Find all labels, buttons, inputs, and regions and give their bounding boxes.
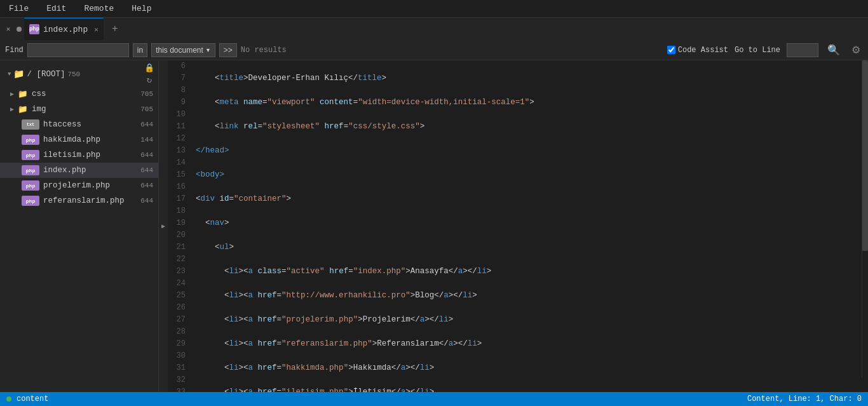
line-numbers: 678910 1112131415 1617181920 2122232425 … bbox=[168, 60, 191, 392]
folder-css-icon: 📁 bbox=[18, 89, 28, 99]
sidebar-item-index[interactable]: php index.php 644 bbox=[0, 163, 158, 178]
sidebar-item-projelerim[interactable]: php projelerim.php 644 bbox=[0, 178, 158, 193]
sidebar-item-css-name: css bbox=[32, 90, 137, 98]
sidebar-item-img-size: 705 bbox=[140, 105, 153, 113]
status-text: content bbox=[17, 395, 48, 403]
status-dot bbox=[6, 396, 11, 402]
goto-line-input[interactable] bbox=[787, 43, 818, 57]
tab-label: index.php bbox=[43, 25, 88, 34]
find-input[interactable] bbox=[27, 43, 129, 57]
code-assist-checkbox[interactable] bbox=[667, 46, 675, 54]
sidebar-item-htaccess[interactable]: txt htaccess 644 bbox=[0, 117, 158, 132]
menu-bar: File Edit Remote Help bbox=[0, 0, 868, 18]
sidebar-item-projelerim-name: projelerim.php bbox=[43, 181, 137, 190]
editor-area: 678910 1112131415 1617181920 2122232425 … bbox=[168, 60, 868, 392]
sidebar-item-hakkimda-size: 144 bbox=[140, 136, 153, 144]
php-referanslarim-icon: php bbox=[22, 196, 39, 206]
tab-close-x-btn[interactable]: ✕ bbox=[3, 24, 14, 35]
sidebar-item-iletisim[interactable]: php iletisim.php 644 bbox=[0, 147, 158, 163]
sidebar-collapse-btn[interactable]: ▶ bbox=[159, 60, 168, 392]
find-scope-label: this document bbox=[156, 46, 203, 55]
php-hakkimda-icon: php bbox=[22, 135, 39, 145]
refresh-icon[interactable]: ↻ bbox=[147, 74, 152, 85]
status-info: Content, Line: 1, Char: 0 bbox=[747, 395, 862, 403]
status-bar: content Content, Line: 1, Char: 0 bbox=[0, 392, 868, 406]
sidebar-root-item[interactable]: ▼ 📁 / [ROOT] 750 bbox=[4, 66, 144, 82]
menu-edit[interactable]: Edit bbox=[43, 3, 70, 15]
sidebar-item-img-name: img bbox=[32, 105, 137, 114]
find-scope-in-btn[interactable]: in bbox=[133, 43, 147, 57]
code-assist-label: Code Assist bbox=[678, 46, 728, 55]
scrollbar-thumb[interactable] bbox=[862, 60, 868, 251]
tab-close-icon[interactable]: ✕ bbox=[94, 25, 98, 34]
sidebar-item-index-name: index.php bbox=[43, 166, 137, 175]
chevron-down-icon: ▼ bbox=[8, 71, 11, 78]
search-icon-btn[interactable]: 🔍 bbox=[825, 43, 843, 57]
sidebar-item-hakkimda-name: hakkimda.php bbox=[43, 135, 137, 144]
tab-index-php[interactable]: php index.php ✕ bbox=[24, 18, 104, 40]
sidebar-item-css-size: 705 bbox=[140, 90, 153, 98]
sidebar-item-iletisim-name: iletisim.php bbox=[43, 151, 137, 159]
sidebar-item-index-size: 644 bbox=[140, 166, 153, 174]
sidebar-item-referanslarim-size: 644 bbox=[140, 197, 153, 205]
sidebar-item-projelerim-size: 644 bbox=[140, 182, 153, 189]
find-right-controls: Code Assist Go to Line 🔍 ⚙ bbox=[667, 43, 863, 57]
sidebar-item-iletisim-size: 644 bbox=[140, 151, 153, 159]
tab-bar: ✕ php index.php ✕ + bbox=[0, 18, 868, 40]
sidebar-item-referanslarim-name: referanslarim.php bbox=[43, 196, 137, 205]
vertical-scrollbar[interactable] bbox=[862, 60, 868, 378]
folder-img-icon: 📁 bbox=[18, 104, 28, 114]
root-label: / [ROOT] bbox=[27, 70, 65, 79]
php-projelerim-icon: php bbox=[22, 180, 39, 191]
sidebar-item-hakkimda[interactable]: php hakkimda.php 144 bbox=[0, 132, 158, 147]
collapse-icon: ▶ bbox=[161, 222, 165, 230]
settings-icon-btn[interactable]: ⚙ bbox=[849, 43, 863, 57]
menu-help[interactable]: Help bbox=[128, 3, 155, 15]
sidebar-item-img[interactable]: ▶ 📁 img 705 bbox=[0, 102, 158, 117]
root-size: 750 bbox=[67, 71, 80, 78]
lock-icon: 🔒 bbox=[144, 63, 154, 73]
folder-icon: 📁 bbox=[13, 69, 24, 79]
find-scope-chevron-icon: ▼ bbox=[205, 47, 211, 53]
find-bar: Find in this document ▼ >> No results Co… bbox=[0, 40, 868, 60]
find-results: No results bbox=[241, 46, 287, 55]
sidebar-item-htaccess-name: htaccess bbox=[43, 120, 137, 129]
goto-line-label: Go to Line bbox=[735, 46, 780, 55]
sidebar-item-referanslarim[interactable]: php referanslarim.php 644 bbox=[0, 193, 158, 208]
editor-content[interactable]: 678910 1112131415 1617181920 2122232425 … bbox=[168, 60, 868, 392]
code-content[interactable]: <title>Developer-Erhan Kılıç</title> <me… bbox=[191, 60, 868, 392]
chevron-right-icon: ▶ bbox=[10, 90, 14, 98]
find-next-btn[interactable]: >> bbox=[219, 43, 237, 57]
chevron-right-icon: ▶ bbox=[10, 105, 14, 113]
htaccess-file-icon: txt bbox=[22, 119, 39, 130]
code-assist-checkbox-label[interactable]: Code Assist bbox=[667, 46, 728, 55]
tab-dot-btn[interactable] bbox=[17, 27, 22, 32]
find-label: Find bbox=[5, 46, 24, 55]
menu-file[interactable]: File bbox=[5, 3, 32, 15]
php-iletisim-icon: php bbox=[22, 150, 39, 160]
new-tab-button[interactable]: + bbox=[106, 20, 124, 38]
php-index-icon: php bbox=[22, 165, 39, 175]
main-area: ▼ 📁 / [ROOT] 750 🔒 ↻ ▶ 📁 css 705 ▶ 📁 img… bbox=[0, 60, 868, 392]
sidebar-item-css[interactable]: ▶ 📁 css 705 bbox=[0, 86, 158, 102]
php-file-icon: php bbox=[29, 24, 39, 34]
find-scope-dropdown[interactable]: this document ▼ bbox=[151, 43, 215, 57]
sidebar-item-htaccess-size: 644 bbox=[140, 121, 153, 128]
menu-remote[interactable]: Remote bbox=[80, 3, 118, 15]
sidebar: ▼ 📁 / [ROOT] 750 🔒 ↻ ▶ 📁 css 705 ▶ 📁 img… bbox=[0, 60, 159, 392]
